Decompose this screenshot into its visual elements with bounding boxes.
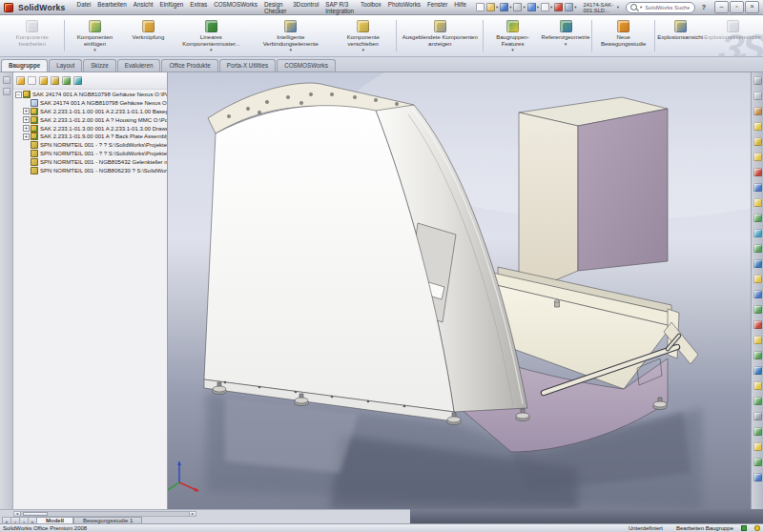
intelligente-verbindungselemente-button[interactable]: Intelligente Verbindungselemente▾	[250, 16, 331, 55]
expand-icon[interactable]: +	[23, 125, 30, 132]
sketch-tool-icon[interactable]	[3, 76, 10, 84]
viewport-toolbar-icon[interactable]	[753, 198, 762, 207]
viewport-toolbar-icon[interactable]	[753, 122, 762, 131]
featuremanager-tree-icon[interactable]	[16, 76, 25, 85]
tree-item[interactable]: SAK 24174 001 A NGB810798 Gehäuse Nexus …	[13, 99, 167, 108]
graphics-area[interactable]	[168, 72, 751, 509]
viewport-toolbar-icon[interactable]	[753, 336, 762, 344]
scrollbar-thumb[interactable]	[23, 512, 48, 516]
menu-sap-r-3-integration[interactable]: SAP R/3 Integration	[322, 0, 357, 15]
menu-toolbox[interactable]: Toolbox	[358, 0, 384, 15]
tab-office-produkte[interactable]: Office Produkte	[161, 59, 217, 72]
referenzgeometrie-button[interactable]: Referenzgeometrie▾	[541, 16, 590, 55]
scroll-left-icon[interactable]: ◂	[14, 512, 21, 516]
viewport-toolbar-icon[interactable]	[753, 244, 762, 253]
komponente-verschieben-button[interactable]: Komponente verschieben▾	[331, 16, 395, 55]
verknüpfung-button[interactable]: Verknüpfung	[124, 16, 172, 55]
menu-datei[interactable]: Datei	[74, 0, 94, 15]
tree-item[interactable]: +SAK 2.233.1-01.2.00 001 A ? Housing MMC…	[13, 115, 167, 124]
cosmosworks-manager-icon[interactable]	[62, 76, 71, 85]
open-button[interactable]: ▾	[486, 3, 498, 11]
viewport-toolbar-icon[interactable]	[753, 305, 762, 314]
viewport-toolbar-icon[interactable]	[753, 458, 762, 466]
viewport-toolbar-icon[interactable]	[753, 320, 762, 329]
search-box[interactable]: ▾ SolidWorks Suche	[626, 2, 695, 13]
expand-icon[interactable]: +	[23, 133, 30, 140]
search-input[interactable]: SolidWorks Suche	[645, 5, 690, 10]
viewport-toolbar-icon[interactable]	[753, 275, 762, 283]
save-button[interactable]: ▾	[500, 3, 511, 11]
tab-layout[interactable]: Layout	[49, 59, 82, 72]
tree-item[interactable]: +SAK 2.233.1-01.1.00 001 A 2.233.1-01.1.…	[13, 108, 167, 116]
menu-hilfe[interactable]: Hilfe	[451, 0, 469, 15]
viewport-toolbar-icon[interactable]	[753, 412, 762, 420]
document-dropdown[interactable]: 24174-SAK-001.SLD... ▾	[582, 1, 621, 14]
minimize-button[interactable]: –	[714, 1, 729, 13]
tree-item[interactable]: SPN NORMTEIL 001 - ? ? S:\SolidWorks\Pro…	[13, 150, 167, 158]
menu-fenster[interactable]: Fenster	[424, 0, 450, 15]
propertymanager-icon[interactable]	[28, 76, 36, 85]
ausgeblendete-komponenten-anzeigen-button[interactable]: Ausgeblendete Komponenten anzeigen	[398, 16, 482, 55]
collapse-icon[interactable]: −	[15, 92, 22, 98]
menu-extras[interactable]: Extras	[187, 0, 210, 15]
viewport-toolbar-icon[interactable]	[753, 259, 762, 268]
undo-button[interactable]: ▾	[527, 3, 539, 11]
menu-einfügen[interactable]: Einfügen	[156, 0, 186, 15]
menu-photoworks[interactable]: PhotoWorks	[385, 0, 423, 15]
help-button[interactable]: ?	[700, 4, 708, 10]
viewport-toolbar-icon[interactable]	[753, 153, 762, 161]
menu-ansicht[interactable]: Ansicht	[131, 0, 156, 15]
viewport-toolbar-icon[interactable]	[753, 92, 762, 100]
close-button[interactable]: ×	[745, 1, 759, 13]
viewport-toolbar-icon[interactable]	[753, 107, 762, 115]
tree-item[interactable]: +SAK 2.233.1-01.3.00 001 A 2.233.1-01.3.…	[13, 124, 167, 133]
explosionsansicht-button[interactable]: Explosionsansicht	[656, 16, 704, 55]
menu-3dcontrol[interactable]: 3Dcontrol	[290, 0, 321, 15]
viewport-toolbar-icon[interactable]	[753, 351, 762, 359]
quick-tips-icon[interactable]	[741, 525, 747, 531]
third-party-manager-icon[interactable]	[51, 76, 59, 85]
viewport-toolbar-icon[interactable]	[753, 76, 762, 85]
viewport-toolbar-icon[interactable]	[753, 168, 762, 176]
viewport-toolbar-icon[interactable]	[753, 214, 762, 222]
curve-tool-icon[interactable]	[3, 88, 10, 95]
menu-cosmosworks[interactable]: COSMOSWorks	[211, 0, 260, 15]
select-button[interactable]: ▾	[541, 3, 552, 11]
viewport-toolbar-icon[interactable]	[753, 183, 762, 192]
maximize-button[interactable]: ▫	[730, 1, 744, 13]
neue-bewegungsstudie-button[interactable]: Neue Bewegungsstudie	[593, 16, 653, 55]
viewport-toolbar-icon[interactable]	[753, 366, 762, 375]
rebuild-button[interactable]	[554, 3, 563, 11]
menu-bearbeiten[interactable]: Bearbeiten	[94, 0, 129, 15]
tab-evaluieren[interactable]: Evaluieren	[117, 59, 161, 72]
menu-design-checker[interactable]: Design Checker	[261, 0, 289, 15]
print-button[interactable]: ▾	[513, 3, 525, 11]
tab-cosmosworks[interactable]: COSMOSWorks	[277, 59, 336, 72]
tree-item[interactable]: SPN NORMTEIL 001 - ? ? S:\SolidWorks\Pro…	[13, 141, 167, 150]
display-pane-icon[interactable]	[73, 76, 82, 85]
status-indicator-icon[interactable]	[754, 525, 760, 531]
viewport-toolbar-icon[interactable]	[753, 442, 762, 451]
lineares-komponentenmuster-button[interactable]: Lineares Komponentenmuster...▾	[172, 16, 250, 55]
viewport-toolbar-icon[interactable]	[753, 290, 762, 298]
tab-skizze[interactable]: Skizze	[83, 59, 116, 72]
komponenten-einfügen-button[interactable]: Komponenten einfügen▾	[66, 16, 125, 55]
viewport-toolbar-icon[interactable]	[753, 473, 762, 481]
viewport-toolbar-icon[interactable]	[753, 397, 762, 405]
baugruppen-features-button[interactable]: Baugruppen-Features▾	[485, 16, 541, 55]
expand-icon[interactable]: +	[23, 108, 30, 114]
tree-item[interactable]: +SAK 2.233.1-01.9.00 001 A ? Back Plate …	[13, 133, 167, 141]
tab-porta-x-utilities[interactable]: Porta-X Utilities	[219, 59, 276, 72]
view-settings-button[interactable]: ▾	[565, 3, 576, 11]
viewport-toolbar-icon[interactable]	[753, 137, 762, 146]
3d-scene[interactable]	[168, 72, 751, 509]
configurationmanager-icon[interactable]	[39, 76, 48, 85]
tree-item[interactable]: SPN NORMTEIL 001 - NGB805432 Gelenktelle…	[13, 157, 167, 166]
tree-item[interactable]: SPN NORMTEIL 001 - NGB806230 ? S:\SolidW…	[13, 166, 167, 174]
viewport-toolbar-icon[interactable]	[753, 229, 762, 237]
expand-icon[interactable]: +	[23, 116, 30, 123]
tree-item[interactable]: −SAK 24174 001 A NGB810798 Gehäuse Nexus…	[13, 91, 167, 99]
viewport-toolbar-icon[interactable]	[753, 427, 762, 436]
new-document-button[interactable]	[476, 3, 485, 11]
scroll-right-icon[interactable]: ▸	[189, 512, 196, 516]
